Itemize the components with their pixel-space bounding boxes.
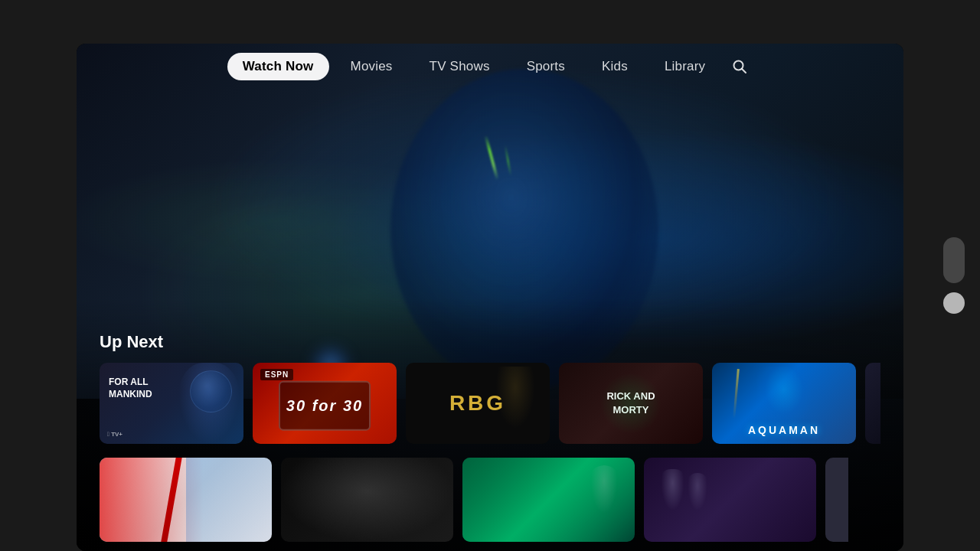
scroll-indicator[interactable]: [943, 292, 965, 314]
svg-text: TV+:  TV+: [107, 431, 122, 438]
card-aquaman-title: AQUAMAN: [748, 424, 820, 436]
bottom-card-3[interactable]: [462, 458, 635, 542]
nav-library[interactable]: Library: [649, 53, 720, 80]
nav-tv-shows[interactable]: TV Shows: [414, 53, 505, 80]
bottom-card-2[interactable]: [281, 458, 453, 542]
card-partial-right: [865, 363, 880, 444]
nav-watch-now[interactable]: Watch Now: [227, 53, 329, 80]
card-4-content: RICK ANDMORTY: [559, 363, 703, 444]
card-5-content: AQUAMAN: [712, 363, 856, 444]
outer-frame: Watch Now Movies TV Shows Sports Kids Li…: [0, 0, 980, 551]
search-button[interactable]: [727, 54, 753, 80]
card-2-content: ESPN 30 for 30: [253, 363, 397, 444]
card-rbg[interactable]: RBG: [406, 363, 550, 444]
card-for-all-mankind[interactable]: FOR ALLMANKIND  TV+: [100, 363, 243, 444]
card-for-all-mankind-title: FOR ALLMANKIND: [109, 377, 152, 400]
card-3-content: RBG: [406, 363, 550, 444]
up-next-row: FOR ALLMANKIND  TV+ ESPN: [100, 363, 880, 444]
scroll-bar[interactable]: [943, 237, 965, 283]
card-30-for-30[interactable]: ESPN 30 for 30: [253, 363, 397, 444]
bottom-card-4[interactable]: [644, 458, 816, 542]
card-30-for-30-title: 30 for 30: [286, 397, 363, 415]
right-controls: [943, 237, 965, 314]
nav-sports[interactable]: Sports: [511, 53, 580, 80]
main-content: Watch Now Movies TV Shows Sports Kids Li…: [77, 44, 903, 551]
svg-line-1: [742, 69, 746, 73]
nav-movies[interactable]: Movies: [335, 53, 408, 80]
espn-badge: ESPN: [260, 369, 293, 380]
card-1-content: FOR ALLMANKIND  TV+: [100, 363, 243, 444]
nav-kids[interactable]: Kids: [586, 53, 643, 80]
bottom-row: [77, 452, 903, 551]
up-next-section: Up Next FOR ALLMANKIND  TV+: [77, 332, 903, 444]
bottom-card-1[interactable]: [100, 458, 272, 542]
up-next-label: Up Next: [100, 332, 880, 352]
navigation-bar: Watch Now Movies TV Shows Sports Kids Li…: [77, 44, 903, 90]
card-aquaman[interactable]: AQUAMAN: [712, 363, 856, 444]
appletv-badge:  TV+: [107, 429, 130, 438]
bottom-card-partial: [825, 458, 848, 542]
card-rick-and-morty[interactable]: RICK ANDMORTY: [559, 363, 703, 444]
